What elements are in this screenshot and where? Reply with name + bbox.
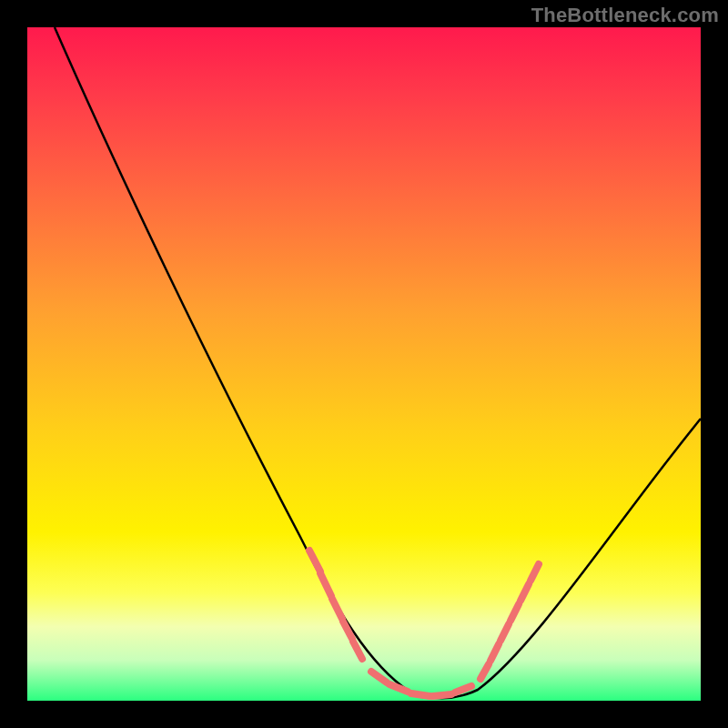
chart-frame: TheBottleneck.com <box>0 0 728 728</box>
svg-line-1 <box>320 573 331 596</box>
watermark-label: TheBottleneck.com <box>531 4 719 27</box>
chart-plot-area <box>27 27 701 701</box>
chart-svg <box>27 27 701 701</box>
svg-line-10 <box>480 664 489 679</box>
svg-line-12 <box>500 624 509 641</box>
svg-line-3 <box>343 622 352 639</box>
svg-line-7 <box>411 693 430 696</box>
curve-line <box>55 27 701 698</box>
svg-line-11 <box>490 644 499 661</box>
svg-line-5 <box>371 672 387 682</box>
svg-line-15 <box>531 564 539 581</box>
svg-line-13 <box>511 604 519 621</box>
bottom-cluster-markers <box>371 672 471 696</box>
svg-line-6 <box>389 684 408 692</box>
svg-line-4 <box>353 642 362 659</box>
svg-line-8 <box>433 694 451 696</box>
svg-line-2 <box>332 599 342 619</box>
svg-line-0 <box>309 551 320 571</box>
svg-line-14 <box>521 584 529 601</box>
svg-line-9 <box>455 686 471 693</box>
left-cluster-markers <box>309 551 362 659</box>
